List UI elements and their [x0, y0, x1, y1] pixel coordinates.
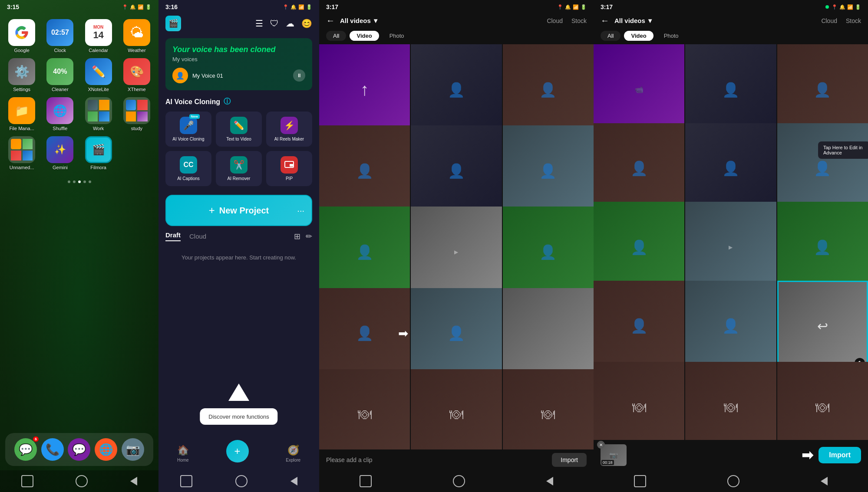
nav-home[interactable]	[76, 475, 88, 487]
video-thumb-2[interactable]: 👤 01:05	[411, 44, 502, 135]
video-thumb-p15[interactable]: 🍽	[777, 362, 868, 440]
video-thumb-p14[interactable]: 🍽	[685, 362, 776, 440]
face-icon[interactable]: 😊	[301, 18, 312, 29]
app-google[interactable]: Google	[5, 19, 38, 53]
edit-icon[interactable]: ✏	[306, 232, 312, 241]
gallery-nav-square[interactable]	[360, 475, 372, 487]
video-thumb-9[interactable]: 👤 10:05	[503, 207, 594, 297]
dock-chrome[interactable]: 🌐	[95, 438, 117, 461]
ai-feature-voice-cloning[interactable]: 🎤 New AI Voice Cloning	[165, 112, 211, 147]
filter-photo[interactable]: Photo	[383, 31, 411, 41]
filter-all-2[interactable]: All	[601, 31, 620, 41]
video-thumb-p8[interactable]: ▶ 00:18	[685, 202, 776, 292]
filmora-nav-home[interactable]	[235, 475, 248, 487]
shield-icon[interactable]: 🛡	[270, 19, 279, 29]
app-calendar[interactable]: MON 14 Calendar	[82, 19, 115, 53]
app-xnote[interactable]: ✏️ XNoteLite	[82, 58, 115, 92]
filter-photo-2[interactable]: Photo	[657, 31, 686, 41]
video-thumb-14[interactable]: 🍽	[411, 369, 502, 449]
video-thumb-11[interactable]: 👤 00:23	[411, 288, 502, 379]
stock-tab-gallery[interactable]: Stock	[571, 17, 587, 24]
video-thumb-1[interactable]: ↑ 4:13:15	[319, 44, 410, 135]
nav-explore-item[interactable]: 🧭 Explore	[286, 445, 300, 462]
video-thumb-p6[interactable]: 👤 Tap Here to Edit in Advance 00:36	[777, 123, 868, 214]
app-weather[interactable]: 🌤 Weather	[120, 19, 153, 53]
app-clock[interactable]: 02:57 Clock	[43, 19, 76, 53]
nav-back[interactable]	[130, 477, 137, 485]
video-thumb-p11[interactable]: 👤 00:23	[685, 281, 776, 371]
import-button-1[interactable]: Import	[552, 453, 587, 467]
discover-bubble[interactable]: Discover more functions	[200, 408, 277, 425]
filter-video[interactable]: Video	[350, 31, 379, 41]
app-cleaner[interactable]: 40% Cleaner	[43, 58, 76, 92]
ai-feature-text-video[interactable]: ✏️ Text to Video	[216, 112, 262, 147]
gallery2-nav-home[interactable]	[727, 475, 739, 487]
video-thumb-7[interactable]: 👤 00:02	[319, 207, 410, 297]
video-thumb-p10[interactable]: 👤 00:02	[594, 281, 684, 371]
video-thumb-10[interactable]: 👤 ➡ 00:02	[319, 288, 410, 379]
video-thumb-12[interactable]: 00:00	[503, 288, 594, 379]
video-thumb-p9[interactable]: 👤 10:05	[777, 202, 868, 292]
cloud-tab[interactable]: Cloud	[189, 233, 206, 240]
add-project-btn[interactable]: +	[226, 440, 249, 462]
gallery-nav-home[interactable]	[453, 475, 465, 487]
info-icon[interactable]: ⓘ	[224, 97, 231, 106]
cloud-tab-gallery[interactable]: Cloud	[547, 17, 563, 24]
video-thumb-p5[interactable]: 👤 01:45	[685, 123, 776, 214]
app-unnamed[interactable]: Unnamed...	[5, 136, 38, 170]
filter-video-2[interactable]: Video	[624, 31, 653, 41]
app-shuffle[interactable]: 🌐 Shuffle	[43, 97, 76, 131]
video-thumb-p13[interactable]: 🍽	[594, 362, 684, 440]
draft-tab[interactable]: Draft	[165, 231, 181, 241]
filmora-nav-back[interactable]	[290, 477, 297, 485]
nav-square[interactable]	[21, 475, 33, 487]
video-thumb-3[interactable]: 👤 02:52	[503, 44, 594, 135]
dock-messages[interactable]: 💬	[68, 438, 90, 461]
gallery2-nav-back[interactable]	[821, 477, 828, 485]
dock-phone[interactable]: 📞	[41, 438, 64, 461]
app-fileman[interactable]: 📁 File Mana...	[5, 97, 38, 131]
video-thumb-p2[interactable]: 👤 01:05	[685, 44, 776, 135]
cloud-icon[interactable]: ☁	[286, 18, 294, 29]
video-thumb-13[interactable]: 🍽	[319, 369, 410, 449]
app-work-folder[interactable]: Work	[82, 97, 115, 131]
ai-feature-pip[interactable]: PIP	[266, 151, 312, 186]
all-videos-dropdown-2[interactable]: All videos ▼	[614, 17, 653, 24]
app-xtheme[interactable]: 🎨 XTheme	[120, 58, 153, 92]
app-study-folder[interactable]: study	[120, 97, 153, 131]
back-button-1[interactable]: ←	[326, 16, 335, 26]
gallery2-nav-square[interactable]	[634, 475, 646, 487]
ai-feature-captions[interactable]: CC AI Captions	[165, 151, 211, 186]
video-thumb-p12-selected[interactable]: ↩ 1 00:02	[777, 281, 868, 371]
video-thumb-8[interactable]: ▶ 00:18	[411, 207, 502, 297]
app-settings[interactable]: ⚙️ Settings	[5, 58, 38, 92]
dock-whatsapp[interactable]: 💬 6	[14, 438, 37, 461]
ai-feature-reels[interactable]: ⚡ AI Reels Maker	[266, 112, 312, 147]
video-thumb-p3[interactable]: 👤 02:52	[777, 44, 868, 135]
filmora-nav-square[interactable]	[180, 475, 192, 487]
nav-home-item[interactable]: 🏠 Home	[177, 445, 189, 462]
cloud-tab-gallery-2[interactable]: Cloud	[821, 17, 837, 24]
video-thumb-p1[interactable]: 📹 4:13:15	[594, 44, 684, 135]
dock-camera[interactable]: 📷	[122, 438, 144, 461]
filter-all[interactable]: All	[326, 31, 346, 41]
more-options-btn[interactable]: ···	[297, 206, 304, 216]
gallery-nav-back[interactable]	[546, 477, 553, 485]
video-thumb-5[interactable]: 👤 01:45	[411, 125, 502, 216]
app-filmora[interactable]: 🎬 Filmora	[82, 136, 115, 170]
new-project-button[interactable]: + New Project ···	[165, 195, 312, 226]
close-clip-icon[interactable]: ✕	[597, 441, 605, 449]
video-thumb-p4[interactable]: 👤 02:47	[594, 123, 684, 214]
grid-icon[interactable]: ⊞	[294, 232, 300, 241]
stock-tab-gallery-2[interactable]: Stock	[846, 17, 861, 24]
video-thumb-15[interactable]: 🍽	[503, 369, 594, 449]
video-thumb-p7[interactable]: 👤 00:02	[594, 202, 684, 292]
pause-btn[interactable]: ⏸	[293, 69, 305, 82]
all-videos-dropdown[interactable]: All videos ▼	[340, 17, 379, 24]
video-thumb-6[interactable]: 👤 00:36	[503, 125, 594, 216]
ai-feature-remover[interactable]: ✂️ AI Remover	[216, 151, 262, 186]
import-button-2[interactable]: Import	[818, 447, 861, 463]
menu-icon[interactable]: ☰	[255, 18, 263, 29]
video-thumb-4[interactable]: 👤 02:47	[319, 125, 410, 216]
back-button-2[interactable]: ←	[601, 16, 609, 26]
